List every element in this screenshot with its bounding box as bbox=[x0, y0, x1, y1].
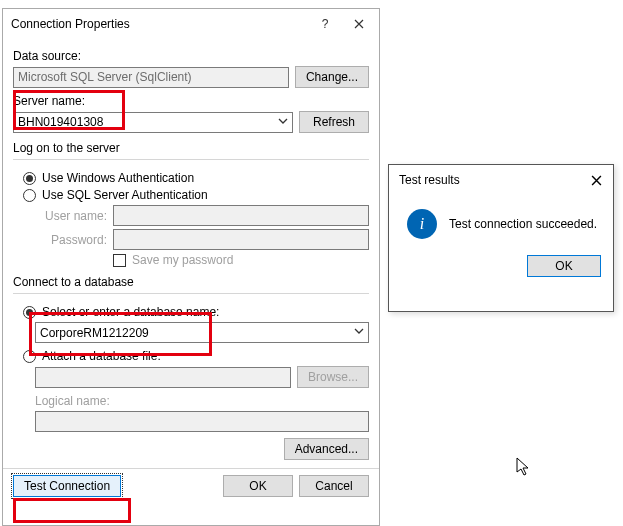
window-title: Connection Properties bbox=[11, 17, 311, 31]
radio-select-db[interactable]: Select or enter a database name: bbox=[23, 305, 369, 319]
checkbox-icon bbox=[113, 254, 126, 267]
server-name-value: BHN019401308 bbox=[18, 115, 103, 129]
close-button[interactable] bbox=[339, 9, 379, 39]
browse-button: Browse... bbox=[297, 366, 369, 388]
database-name-combo[interactable]: CorporeRM1212209 bbox=[35, 322, 369, 343]
password-label: Password: bbox=[35, 233, 107, 247]
radio-sql-auth-label: Use SQL Server Authentication bbox=[42, 188, 208, 202]
server-name-combo[interactable]: BHN019401308 bbox=[13, 112, 293, 133]
radio-attach-db[interactable]: Attach a database file: bbox=[23, 349, 369, 363]
popup-title: Test results bbox=[399, 173, 579, 187]
radio-icon bbox=[23, 172, 36, 185]
radio-windows-auth[interactable]: Use Windows Authentication bbox=[23, 171, 369, 185]
save-password-label: Save my password bbox=[132, 253, 233, 267]
popup-message: Test connection succeeded. bbox=[449, 217, 597, 231]
radio-icon bbox=[23, 189, 36, 202]
radio-windows-auth-label: Use Windows Authentication bbox=[42, 171, 194, 185]
radio-select-db-label: Select or enter a database name: bbox=[42, 305, 219, 319]
popup-titlebar: Test results bbox=[389, 165, 613, 195]
change-button[interactable]: Change... bbox=[295, 66, 369, 88]
connection-properties-window: Connection Properties ? Data source: Mic… bbox=[2, 8, 380, 526]
radio-icon bbox=[23, 306, 36, 319]
attach-file-field bbox=[35, 367, 291, 388]
cancel-button[interactable]: Cancel bbox=[299, 475, 369, 497]
titlebar: Connection Properties ? bbox=[3, 9, 379, 39]
popup-ok-button[interactable]: OK bbox=[527, 255, 601, 277]
logical-name-label: Logical name: bbox=[35, 394, 369, 408]
popup-close-button[interactable] bbox=[579, 166, 613, 194]
cursor-icon bbox=[516, 457, 532, 480]
refresh-button[interactable]: Refresh bbox=[299, 111, 369, 133]
logon-group-label: Log on to the server bbox=[13, 141, 369, 155]
db-group-label: Connect to a database bbox=[13, 275, 369, 289]
username-label: User name: bbox=[35, 209, 107, 223]
advanced-button[interactable]: Advanced... bbox=[284, 438, 369, 460]
help-button[interactable]: ? bbox=[311, 9, 339, 39]
ok-button[interactable]: OK bbox=[223, 475, 293, 497]
radio-sql-auth[interactable]: Use SQL Server Authentication bbox=[23, 188, 369, 202]
db-group: Select or enter a database name: Corpore… bbox=[13, 293, 369, 432]
info-icon: i bbox=[407, 209, 437, 239]
test-connection-button[interactable]: Test Connection bbox=[13, 475, 121, 497]
database-name-value: CorporeRM1212209 bbox=[40, 326, 149, 340]
data-source-label: Data source: bbox=[13, 49, 369, 63]
data-source-field: Microsoft SQL Server (SqlClient) bbox=[13, 67, 289, 88]
username-field bbox=[113, 205, 369, 226]
radio-attach-db-label: Attach a database file: bbox=[42, 349, 161, 363]
logon-group: Use Windows Authentication Use SQL Serve… bbox=[13, 159, 369, 267]
chevron-down-icon bbox=[278, 116, 288, 126]
radio-icon bbox=[23, 350, 36, 363]
test-results-window: Test results i Test connection succeeded… bbox=[388, 164, 614, 312]
server-name-label: Server name: bbox=[13, 94, 369, 108]
logical-name-field bbox=[35, 411, 369, 432]
chevron-down-icon bbox=[354, 326, 364, 336]
password-field bbox=[113, 229, 369, 250]
